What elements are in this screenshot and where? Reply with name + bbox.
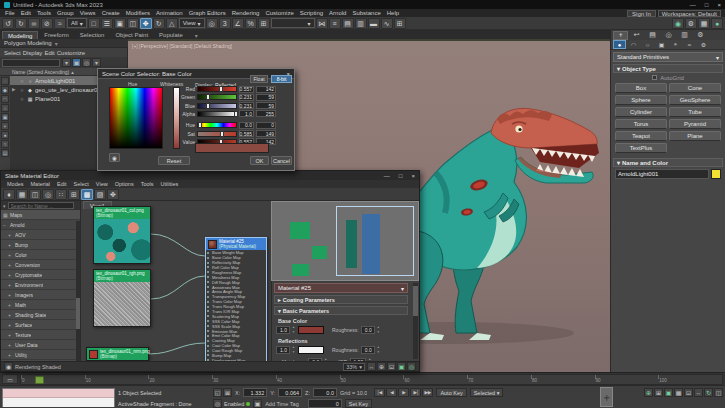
current-frame-field[interactable]: 0	[308, 399, 342, 408]
int-value-field[interactable]: 0	[256, 122, 276, 129]
menu-item[interactable]: Arnold	[326, 10, 349, 16]
add-time-tag[interactable]: Add Time Tag	[265, 401, 299, 407]
zoom-all-icon[interactable]: ⊞	[654, 388, 663, 397]
auto-key-button[interactable]: Auto Key	[436, 388, 466, 397]
explorer-settings-icon[interactable]: ▾	[92, 58, 101, 67]
hierarchy-tab-icon[interactable]: ▤	[645, 31, 660, 40]
render-icon[interactable]: ●	[711, 18, 723, 29]
primitive-button[interactable]: Torus	[615, 119, 667, 129]
color-sampler-button[interactable]: ◉	[109, 153, 120, 162]
zoom-extents-all-icon[interactable]: ▦	[674, 388, 683, 397]
browser-category-row[interactable]: +Texture	[1, 330, 80, 340]
int-value-field[interactable]: 255	[256, 110, 276, 117]
slate-maximize-button[interactable]: □	[399, 173, 403, 179]
explorer-search-input[interactable]	[2, 59, 60, 67]
primitive-button[interactable]: Box	[615, 83, 667, 93]
color-slider-row[interactable]: Green 0.231 59	[181, 93, 276, 101]
slate-menu-item[interactable]: Modes	[4, 181, 27, 187]
bitmap-node-normal[interactable]: tex_dinosaur01_nrm.png(Bitmap)	[86, 347, 149, 361]
explorer-select-icon[interactable]: ▣	[72, 58, 81, 67]
float-value-field[interactable]: 0.231	[239, 94, 254, 101]
selection-set-dropdown[interactable]: Selected ▾	[470, 388, 504, 397]
color-slider-bar[interactable]	[197, 86, 237, 92]
pan-icon[interactable]: ↔	[694, 388, 703, 397]
select-and-move-icon[interactable]: ✥	[140, 18, 152, 29]
primitive-button[interactable]: TextPlus	[615, 143, 667, 153]
ribbon-overflow-icon[interactable]: ▾	[195, 32, 198, 39]
hue-blackness-square[interactable]	[109, 87, 163, 149]
lights-icon[interactable]: ☼	[641, 40, 654, 49]
primitive-button[interactable]: Cylinder	[615, 107, 667, 117]
maximize-button[interactable]: □	[705, 2, 709, 8]
slate-show-background-icon[interactable]: ♦	[3, 189, 15, 200]
menu-item[interactable]: Views	[77, 10, 99, 16]
color-slider-bar[interactable]	[197, 111, 237, 117]
primitive-button[interactable]: Plane	[669, 131, 721, 141]
parameter-scrollbar[interactable]	[413, 283, 418, 359]
snaps-toggle-icon[interactable]: 3	[219, 18, 231, 29]
slate-options-icon[interactable]: ∷	[55, 189, 67, 200]
go-to-end-icon[interactable]: ▶▶	[422, 388, 433, 397]
autogrid-checkbox[interactable]	[652, 75, 657, 80]
browser-category-row[interactable]: +Surface	[1, 320, 80, 330]
browser-category-row[interactable]: +AOV	[1, 230, 80, 240]
filter-materials-icon[interactable]: ●	[1, 131, 9, 139]
sign-in-button[interactable]: Sign In	[627, 10, 656, 17]
unlink-selection-icon[interactable]: ⊘	[41, 18, 53, 29]
browser-category-row[interactable]: +User Data	[1, 340, 80, 350]
browser-search-icon[interactable]: ▾	[3, 203, 6, 209]
orbit-icon[interactable]: ↻	[704, 388, 713, 397]
slate-zoom-field[interactable]: 33%▾	[343, 363, 365, 371]
menu-item[interactable]: Edit	[18, 10, 34, 16]
select-object-icon[interactable]: □	[88, 18, 100, 29]
slate-node-view[interactable]: View1 tex_dinosaur01_col.png(Bitmap) tex…	[81, 201, 271, 361]
color-slider-row[interactable]: Blue 0.231 59	[181, 102, 276, 110]
cancel-button[interactable]: Cancel	[271, 156, 292, 165]
coating-parameters-rollout[interactable]: ▸Coating Parameters	[274, 295, 408, 304]
slate-minimize-button[interactable]: —	[384, 173, 390, 179]
slate-menu-item[interactable]: Select	[71, 181, 92, 187]
ribbon-tab[interactable]: Object Paint	[110, 31, 153, 39]
slate-zoom-icon[interactable]: ⊕	[377, 362, 386, 371]
slate-navigator[interactable]	[271, 201, 419, 281]
menu-item[interactable]: Help	[384, 10, 402, 16]
primitive-button[interactable]: Teapot	[615, 131, 667, 141]
base-color-swatch[interactable]	[298, 326, 324, 334]
angle-snap-icon[interactable]: ∠	[232, 18, 244, 29]
reflection-roughness-field[interactable]: 0.0	[361, 346, 375, 354]
float-value-field[interactable]: 0.585	[239, 130, 254, 137]
bitmap-node-roughness[interactable]: tex_dinosaur01_rgh.png(Bitmap)	[93, 269, 151, 327]
explorer-menu-item[interactable]: Select	[4, 50, 21, 56]
color-slider-row[interactable]: Hue 0.0 0	[181, 121, 276, 129]
menu-item[interactable]: Scripting	[297, 10, 326, 16]
slate-show-controllers-icon[interactable]: ▨	[94, 189, 106, 200]
menu-item[interactable]: Graph Editors	[186, 10, 229, 16]
reflection-weight-field[interactable]: 1.0	[276, 346, 290, 354]
menu-item[interactable]: Tools	[34, 10, 54, 16]
timeline-options-button[interactable]: ▭	[2, 374, 18, 384]
set-key-button[interactable]: Set Key	[345, 399, 372, 408]
color-slider-bar[interactable]	[197, 94, 237, 100]
int-value-field[interactable]: 149	[256, 130, 276, 137]
browser-category-row[interactable]: +Imagers	[1, 290, 80, 300]
play-icon[interactable]: ▶	[398, 388, 409, 397]
explorer-menu-item[interactable]: Edit	[44, 50, 54, 56]
align-icon[interactable]: ≡	[329, 18, 341, 29]
float-value-field[interactable]: 0.0	[239, 122, 254, 129]
use-pivot-point-icon[interactable]: ◎	[206, 18, 218, 29]
primitive-button[interactable]: Pyramid	[669, 119, 721, 129]
polygon-modeling-panel[interactable]: Polygon Modeling▾	[0, 39, 128, 48]
layer-explorer-toggle-icon[interactable]: ▥	[355, 18, 367, 29]
color-slider-bar[interactable]	[197, 122, 237, 128]
browser-category-row[interactable]: +Math	[1, 300, 80, 310]
filter-geometry-icon[interactable]: ◆	[1, 86, 9, 94]
named-selection-sets-field[interactable]: ▾	[271, 18, 315, 28]
filter-cameras-icon[interactable]: ▣	[1, 113, 9, 121]
int-value-field[interactable]: 142	[256, 86, 276, 93]
browser-category-row[interactable]: +Environment	[1, 280, 80, 290]
browser-category-row[interactable]: +Shading State	[1, 310, 80, 320]
int-column-button[interactable]: 8-bit	[271, 75, 292, 83]
ribbon-toggle-icon[interactable]: ▬	[368, 18, 380, 29]
color-slider-row[interactable]: Red 0.557 142	[181, 85, 276, 93]
display-tab-icon[interactable]: ▥	[677, 31, 692, 40]
